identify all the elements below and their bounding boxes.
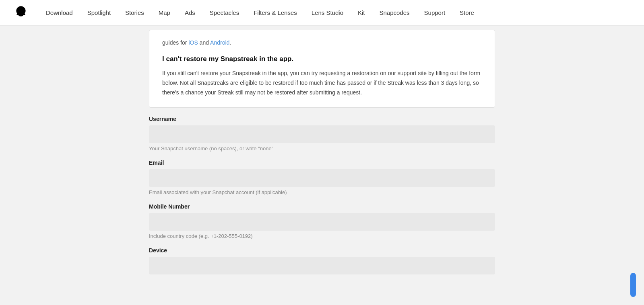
nav-item-ads[interactable]: Ads (178, 0, 202, 26)
nav-item-store[interactable]: Store (452, 0, 481, 26)
username-label: Username (149, 116, 495, 122)
nav-item-lens-studio[interactable]: Lens Studio (304, 0, 351, 26)
nav-links: Download Spotlight Stories Map Ads Spect… (39, 0, 481, 26)
page-wrapper: guides for iOS and Android. I can't rest… (0, 26, 644, 305)
nav-item-download[interactable]: Download (39, 0, 80, 26)
snapchat-logo[interactable] (13, 5, 29, 21)
device-input[interactable] (149, 257, 495, 274)
nav-item-stories[interactable]: Stories (118, 0, 151, 26)
device-label: Device (149, 247, 495, 254)
nav-item-map[interactable]: Map (151, 0, 178, 26)
form-section: Username Your Snapchat username (no spac… (149, 116, 495, 274)
snapstreak-body: If you still can't restore your Snapstre… (162, 69, 482, 97)
email-label: Email (149, 160, 495, 166)
mobile-label: Mobile Number (149, 203, 495, 210)
info-box: guides for iOS and Android. I can't rest… (149, 30, 495, 108)
device-group: Device (149, 247, 495, 274)
username-input[interactable] (149, 125, 495, 143)
email-input[interactable] (149, 169, 495, 187)
mobile-input[interactable] (149, 213, 495, 231)
mobile-hint: Include country code (e.g. +1-202-555-01… (149, 233, 495, 239)
nav-item-spectacles[interactable]: Spectacles (202, 0, 246, 26)
nav-item-snapcodes[interactable]: Snapcodes (372, 0, 417, 26)
username-hint: Your Snapchat username (no spaces), or w… (149, 145, 495, 151)
mobile-group: Mobile Number Include country code (e.g.… (149, 203, 495, 239)
snapstreak-heading: I can't restore my Snapstreak in the app… (162, 55, 482, 63)
ios-link[interactable]: iOS (188, 39, 198, 46)
email-group: Email Email associated with your Snapcha… (149, 160, 495, 195)
email-hint: Email associated with your Snapchat acco… (149, 189, 495, 195)
top-text: guides for iOS and Android. (162, 38, 482, 47)
username-group: Username Your Snapchat username (no spac… (149, 116, 495, 151)
android-link[interactable]: Android (210, 39, 229, 46)
content-area: guides for iOS and Android. I can't rest… (141, 26, 503, 289)
nav-item-support[interactable]: Support (417, 0, 453, 26)
scroll-indicator (630, 273, 636, 297)
nav-item-kit[interactable]: Kit (351, 0, 372, 26)
nav-item-filters-lenses[interactable]: Filters & Lenses (246, 0, 304, 26)
nav-item-spotlight[interactable]: Spotlight (80, 0, 118, 26)
navbar: Download Spotlight Stories Map Ads Spect… (0, 0, 644, 26)
